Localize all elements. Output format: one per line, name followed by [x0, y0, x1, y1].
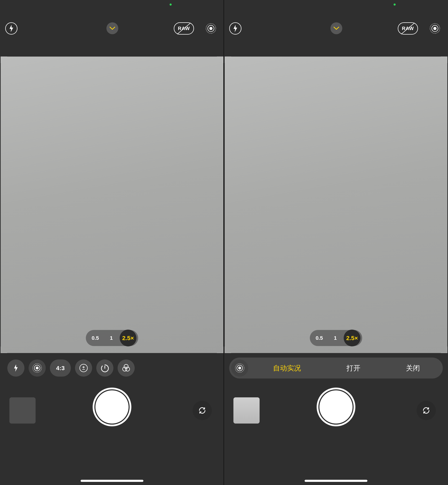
live-off[interactable]: 关闭 [397, 363, 429, 373]
shutter-button[interactable] [96, 390, 128, 424]
aspect-label: 4:3 [56, 365, 64, 371]
live-photo-toggle-top[interactable] [205, 22, 217, 34]
flash-toggle[interactable] [229, 22, 241, 34]
flash-icon [13, 364, 18, 372]
viewfinder-corner [217, 57, 223, 63]
shutter-row [0, 390, 224, 429]
home-indicator[interactable] [304, 480, 368, 482]
viewfinder-corner [217, 346, 223, 353]
viewfinder-corner [225, 346, 231, 353]
top-options-toggle[interactable] [330, 22, 342, 34]
home-indicator[interactable] [80, 480, 144, 482]
svg-point-19 [238, 367, 241, 370]
switch-camera-icon [421, 406, 431, 415]
flash-icon [9, 25, 14, 32]
timer-option[interactable] [96, 360, 113, 377]
aspect-ratio-option[interactable]: 4:3 [50, 360, 71, 377]
shutter-button[interactable] [320, 390, 352, 424]
raw-toggle[interactable]: RAW [398, 22, 418, 34]
live-photo-toggle-top[interactable] [429, 22, 441, 34]
zoom-2.5x[interactable]: 2.5× [344, 330, 360, 346]
zoom-switcher[interactable]: 0.5 1 2.5× [86, 330, 138, 346]
flash-option[interactable] [7, 360, 24, 377]
timer-icon [100, 363, 109, 373]
top-bar: RAW [224, 0, 448, 56]
exposure-icon [79, 364, 88, 372]
live-photo-option[interactable] [29, 360, 46, 377]
viewfinder[interactable]: 0.5 1 2.5× [1, 57, 223, 353]
viewfinder-corner [441, 57, 447, 63]
flash-toggle[interactable] [5, 22, 17, 34]
live-photo-options-pill: 自动实况 打开 关闭 [229, 358, 443, 378]
chevron-down-icon [333, 26, 339, 30]
live-photo-icon [32, 363, 42, 373]
live-auto[interactable]: 自动实况 [264, 363, 310, 373]
flash-icon [233, 25, 238, 32]
svg-point-3 [36, 367, 39, 370]
last-photo-thumbnail[interactable] [233, 397, 260, 424]
filters-icon [121, 363, 131, 373]
options-tray: 4:3 [0, 358, 224, 378]
live-photo-icon [205, 23, 216, 34]
zoom-switcher[interactable]: 0.5 1 2.5× [310, 330, 362, 346]
switch-camera-button[interactable] [416, 401, 436, 420]
top-options-toggle[interactable] [106, 22, 118, 34]
chevron-down-icon [109, 26, 115, 30]
zoom-1x[interactable]: 1 [104, 331, 119, 345]
last-photo-thumbnail[interactable] [9, 397, 36, 424]
live-photo-tray: 自动实况 打开 关闭 [224, 358, 448, 378]
zoom-1x[interactable]: 1 [328, 331, 343, 345]
shutter-row [224, 390, 448, 429]
raw-toggle[interactable]: RAW [174, 22, 194, 34]
top-bar: RAW [0, 0, 224, 56]
phone-left: RAW 0.5 1 2.5× [0, 0, 224, 485]
svg-point-11 [124, 364, 128, 369]
svg-point-13 [125, 367, 130, 371]
live-photo-icon [235, 363, 245, 373]
switch-camera-icon [197, 406, 207, 415]
zoom-2.5x[interactable]: 2.5× [120, 330, 136, 346]
viewfinder-corner [1, 346, 7, 353]
viewfinder-corner [225, 57, 231, 63]
viewfinder[interactable]: 0.5 1 2.5× [225, 57, 447, 353]
switch-camera-button[interactable] [192, 401, 212, 420]
viewfinder-corner [1, 57, 7, 63]
zoom-0.5x[interactable]: 0.5 [312, 331, 327, 345]
exposure-option[interactable] [75, 360, 92, 377]
zoom-0.5x[interactable]: 0.5 [88, 331, 103, 345]
phone-right: RAW 0.5 1 2.5× [224, 0, 448, 485]
svg-point-0 [209, 27, 213, 30]
live-photo-option[interactable] [231, 360, 248, 377]
svg-point-16 [433, 27, 437, 30]
viewfinder-corner [441, 346, 447, 353]
live-on[interactable]: 打开 [338, 363, 369, 373]
filters-option[interactable] [118, 360, 135, 377]
live-photo-icon [429, 23, 440, 34]
